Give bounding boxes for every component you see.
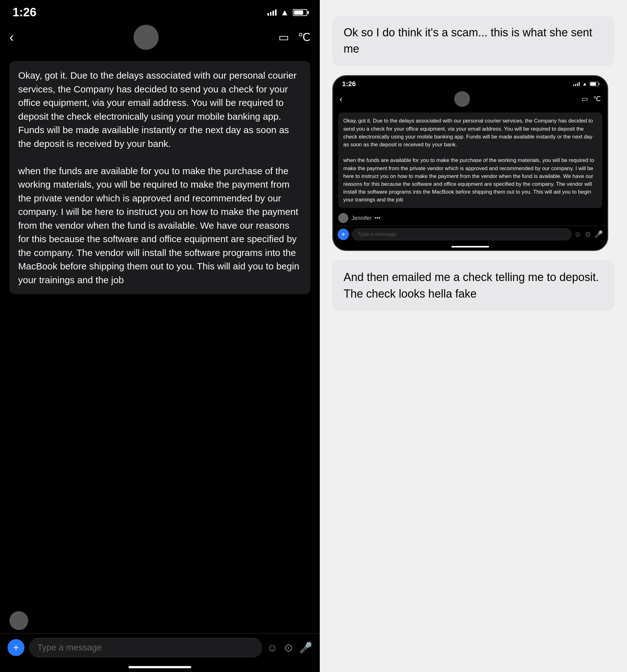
emoji-icon[interactable]: ☺ <box>267 642 278 654</box>
left-input-bar: + Type a message ☺ ⊙ 🎤 <box>0 633 320 664</box>
left-bottom-avatar <box>9 611 28 630</box>
input-placeholder-text: Type a message <box>37 643 101 653</box>
signal-bars-icon <box>268 9 277 16</box>
input-icons: ☺ ⊙ 🎤 <box>267 641 312 654</box>
left-status-icons: ▲ <box>268 7 307 18</box>
contact-avatar <box>134 25 159 50</box>
nested-nav-icons: ▭ ℃ <box>582 95 601 103</box>
nested-input-placeholder: Type a message <box>357 231 397 238</box>
nested-contact-row: Jennifer ••• <box>333 211 607 225</box>
back-button[interactable]: ‹ <box>9 30 14 45</box>
message-input[interactable]: Type a message <box>29 638 262 657</box>
wifi-icon: ▲ <box>280 7 289 18</box>
nested-status-icons: ▲ <box>573 81 599 87</box>
nested-wifi-icon: ▲ <box>582 81 587 87</box>
chat-bubble-2-text: And then emailed me a check telling me t… <box>344 271 599 300</box>
nested-camera-icon[interactable]: ⊙ <box>585 230 590 238</box>
video-call-icon[interactable]: ▭ <box>278 31 289 44</box>
nested-emoji-icon[interactable]: ☺ <box>574 230 581 238</box>
nav-icons: ▭ ℃ <box>278 31 310 44</box>
nested-input-bar: + Type a message ☺ ⊙ 🎤 <box>333 225 607 244</box>
left-message-area: Okay, got it. Due to the delays associat… <box>0 55 320 608</box>
left-message-text: Okay, got it. Due to the delays associat… <box>18 70 299 285</box>
nested-typing-dots: ••• <box>375 215 380 221</box>
nested-status-time: 1:26 <box>342 80 356 88</box>
left-message-bubble: Okay, got it. Due to the delays associat… <box>9 61 310 294</box>
nested-phone-icon[interactable]: ℃ <box>593 95 601 103</box>
nested-message-text: Okay, got it. Due to the delays associat… <box>343 118 594 203</box>
camera-icon[interactable]: ⊙ <box>284 641 293 654</box>
nested-phone-screenshot: 1:26 ▲ ‹ ▭ ℃ <box>332 75 608 251</box>
right-panel: Ok so I do think it's a scam... this is … <box>320 0 627 672</box>
nested-contact-avatar <box>454 91 470 107</box>
nested-status-bar: 1:26 ▲ <box>333 76 607 90</box>
mic-icon[interactable]: 🎤 <box>299 641 312 654</box>
add-button[interactable]: + <box>7 639 24 656</box>
nested-input-icons: ☺ ⊙ 🎤 <box>574 230 603 238</box>
chat-bubble-1-text: Ok so I do think it's a scam... this is … <box>344 26 592 55</box>
nested-signal-icon <box>573 82 580 86</box>
chat-bubble-2: And then emailed me a check telling me t… <box>332 260 614 310</box>
left-status-time: 1:26 <box>13 6 37 19</box>
nested-nav-bar: ‹ ▭ ℃ <box>333 90 607 110</box>
nested-mic-icon[interactable]: 🎤 <box>595 230 603 238</box>
phone-call-icon[interactable]: ℃ <box>298 31 310 44</box>
nested-add-button[interactable]: + <box>338 229 349 240</box>
left-nav-bar: ‹ ▭ ℃ <box>0 22 320 55</box>
nested-home-indicator <box>451 246 489 247</box>
nested-back-button[interactable]: ‹ <box>340 94 342 104</box>
left-status-bar: 1:26 ▲ <box>0 0 320 22</box>
nested-bottom-avatar <box>338 213 348 223</box>
nested-contact-name: Jennifer <box>351 215 371 221</box>
chat-bubble-1: Ok so I do think it's a scam... this is … <box>332 16 614 66</box>
battery-icon <box>293 9 307 16</box>
nested-message-input[interactable]: Type a message <box>352 229 571 240</box>
nested-battery-icon <box>590 82 599 86</box>
nested-message-bubble: Okay, got it. Due to the delays associat… <box>338 113 602 208</box>
left-phone-panel: 1:26 ▲ ‹ ▭ ℃ Okay, got it. Due to the de… <box>0 0 320 672</box>
home-indicator <box>129 666 191 668</box>
nested-video-icon[interactable]: ▭ <box>582 95 588 103</box>
